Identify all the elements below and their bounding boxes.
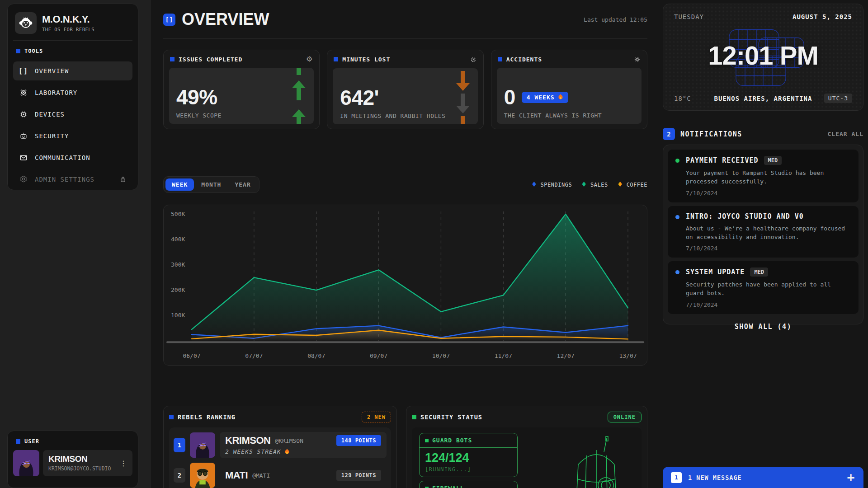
avatar — [13, 450, 39, 476]
stat-value: 0 — [504, 87, 515, 108]
atom-icon — [19, 88, 28, 97]
envelope-icon — [19, 153, 28, 162]
stat-card-minutes-lost: MINUTES LOST 642' IN MEETINGS AND RABBIT… — [327, 50, 483, 129]
stat-caption: WEEKLY SCOPE — [176, 112, 222, 119]
rank-info: KRIMSON @KRIMSON 148 POINTS 2 WEEKS STRE… — [220, 432, 387, 458]
trend-up-arrows-icon — [290, 68, 307, 124]
status-dot-icon — [675, 215, 679, 219]
security-status-card: SECURITY STATUS ONLINE GUARD BOTS 124/12… — [406, 406, 647, 488]
stat-card-accidents: ACCIDENTS 0 4 WEEKS THE CLIENT ALWAYS IS… — [491, 50, 647, 129]
user-name: KRIMSON — [48, 455, 111, 464]
green-marker-icon — [425, 487, 429, 488]
sidebar-item-overview[interactable]: [] OVERVIEW — [13, 61, 132, 80]
show-all-button[interactable]: SHOW ALL (4) — [668, 318, 859, 333]
notification-intro[interactable]: INTRO: JOYCO STUDIO AND V0 About us - We… — [668, 206, 859, 258]
svg-text:13/07: 13/07 — [619, 352, 637, 359]
points-badge: 148 POINTS — [336, 435, 381, 446]
sidebar-item-laboratory[interactable]: LABORATORY — [13, 83, 132, 102]
tab-month[interactable]: MONTH — [195, 178, 227, 191]
location-label: BUENOS AIRES, ARGENTINA — [714, 95, 812, 102]
kebab-menu-icon[interactable]: ⋮ — [120, 459, 127, 468]
user-section-label: USER — [13, 436, 132, 449]
lock-icon — [119, 175, 127, 183]
tools-section-label: TOOLS — [13, 41, 132, 59]
settings-chip-icon[interactable] — [470, 56, 477, 63]
avatar — [190, 432, 215, 458]
svg-text:300K: 300K — [171, 261, 185, 268]
guard-bots-title: GUARD BOTS — [432, 437, 472, 444]
new-message-bar[interactable]: 1 1 NEW MESSAGE + — [663, 467, 863, 488]
notification-date: 7/10/2024 — [686, 190, 851, 197]
legend-sales: ♦ SALES — [581, 181, 608, 188]
stats-row: ISSUES COMPLETED ⚙ 49% WEEKLY SCOPE MINU… — [163, 50, 647, 129]
notification-payment-received[interactable]: PAYMENT RECEIVED MED Your payment to Ram… — [668, 150, 859, 202]
firewall-title: FIREWALL — [432, 485, 464, 488]
chart-toolbar: WEEK MONTH YEAR ♦ SPENDINGS ♦ SALES ♦ CO… — [163, 176, 647, 193]
stat-caption: THE CLIENT ALWAYS IS RIGHT — [504, 112, 602, 119]
sidebar-item-security[interactable]: SECURITY — [13, 127, 132, 145]
clear-all-button[interactable]: CLEAR ALL — [828, 131, 863, 137]
new-count-badge: 2 NEW — [362, 412, 391, 422]
stat-caption: IN MEETINGS AND RABBIT HOLES — [340, 113, 445, 119]
ranking-title: REBELS RANKING — [178, 413, 236, 421]
sidebar-item-admin-settings[interactable]: ADMIN SETTINGS — [13, 170, 132, 189]
trend-down-arrows-icon — [454, 68, 472, 124]
green-marker-icon — [425, 439, 429, 442]
notification-body: About us - We're a healthcare company fo… — [686, 225, 851, 242]
plus-icon[interactable]: + — [846, 472, 855, 483]
header-divider — [163, 38, 647, 39]
settings-burst-icon[interactable] — [634, 56, 641, 63]
avatar — [190, 463, 215, 488]
svg-text:06/07: 06/07 — [183, 352, 200, 359]
settings-gear-icon[interactable]: ⚙ — [306, 56, 313, 63]
diamond-icon: ♦ — [581, 181, 587, 188]
sidebar: M.O.N.K.Y. THE OS FOR REBELS TOOLS [] OV… — [0, 0, 151, 488]
security-panel: GUARD BOTS 124/124 [RUNNING...] FIREWALL — [412, 427, 642, 488]
notifications-title: NOTIFICATIONS — [680, 130, 742, 138]
stat-title: ISSUES COMPLETED — [179, 56, 242, 63]
rank-name: MATI — [225, 470, 248, 480]
page-header: [] OVERVIEW Last updated 12:05 — [163, 10, 647, 29]
tab-week[interactable]: WEEK — [165, 178, 194, 191]
flame-icon — [558, 94, 563, 100]
page-title: OVERVIEW — [182, 10, 269, 29]
user-card[interactable]: KRIMSON KRIMSON@JOYCO.STUDIO ⋮ — [13, 450, 132, 476]
user-email: KRIMSON@JOYCO.STUDIO — [48, 465, 111, 472]
tab-year[interactable]: YEAR — [228, 178, 257, 191]
notification-date: 7/10/2024 — [686, 245, 851, 252]
legend-spendings: ♦ SPENDINGS — [531, 181, 572, 188]
streak-line: 2 WEEKS STREAK — [225, 448, 381, 455]
stat-title: MINUTES LOST — [342, 56, 390, 63]
stat-value: 642' — [340, 87, 379, 108]
status-dot-icon — [675, 270, 679, 274]
legend-coffee: ♦ COFFEE — [617, 181, 647, 188]
priority-badge: MED — [750, 267, 768, 277]
card-marker-icon — [412, 415, 416, 419]
svg-text:500K: 500K — [171, 211, 185, 217]
stat-value: 49% — [176, 87, 217, 108]
temperature-label: 18°C — [674, 95, 691, 102]
rebels-ranking-card: REBELS RANKING 2 NEW 1 KRIMSON @KRIMSON … — [163, 406, 397, 488]
svg-text:08/07: 08/07 — [307, 352, 325, 359]
clock-card: TUESDAY AUGUST 5, 2025 12:01 PM 18°C BUE… — [663, 4, 863, 111]
weekday-label: TUESDAY — [674, 13, 704, 20]
svg-text:11/07: 11/07 — [495, 352, 512, 359]
sidebar-item-devices[interactable]: DEVICES — [13, 105, 132, 124]
guard-bots-state: [RUNNING...] — [420, 466, 517, 477]
sidebar-item-communication[interactable]: COMMUNICATION — [13, 148, 132, 167]
app-tagline: THE OS FOR REBELS — [42, 27, 94, 32]
status-dot-icon — [675, 159, 679, 163]
notification-system-update[interactable]: SYSTEM UPDATE MED Security patches have … — [668, 261, 859, 314]
ranking-row-2[interactable]: 2 MATI @MATI 129 POINTS — [174, 463, 387, 488]
notifications-header: 2 NOTIFICATIONS CLEAR ALL — [663, 128, 863, 140]
svg-text:10/07: 10/07 — [432, 352, 450, 359]
notification-date: 7/10/2024 — [686, 301, 851, 308]
overview-brackets-icon: [] — [163, 14, 175, 26]
line-chart-svg: 100K200K300K400K500K06/0707/0708/0709/07… — [164, 205, 647, 365]
security-title: SECURITY STATUS — [420, 413, 482, 421]
stat-title: ACCIDENTS — [506, 56, 542, 63]
last-updated: Last updated 12:05 — [584, 16, 647, 23]
ranking-row-1[interactable]: 1 KRIMSON @KRIMSON 148 POINTS 2 WEEKS S — [174, 432, 387, 458]
stat-card-issues-completed: ISSUES COMPLETED ⚙ 49% WEEKLY SCOPE — [163, 50, 320, 129]
chart-legend: ♦ SPENDINGS ♦ SALES ♦ COFFEE — [531, 181, 647, 188]
